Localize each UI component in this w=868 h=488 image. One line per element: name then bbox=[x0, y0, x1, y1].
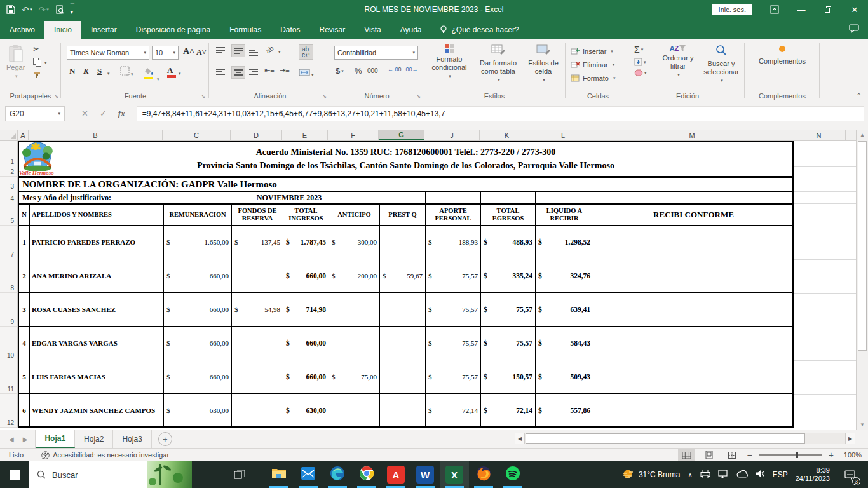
number-dialog-launcher[interactable]: ↘ bbox=[416, 93, 421, 99]
language-indicator[interactable]: ESP bbox=[773, 470, 788, 479]
customize-qat-icon[interactable]: ▔▾ bbox=[71, 4, 74, 15]
fill-icon[interactable]: ▾ bbox=[634, 58, 647, 66]
cell-liquido[interactable]: $584,43 bbox=[536, 327, 593, 360]
cell-n[interactable]: 1 bbox=[19, 226, 30, 259]
hscroll-left-arrow[interactable]: ◀ bbox=[515, 433, 525, 444]
cancel-entry-icon[interactable]: ✕ bbox=[81, 109, 88, 118]
cell-name[interactable]: EDGAR VARGAS VARGAS bbox=[30, 327, 164, 360]
print-preview-icon[interactable] bbox=[55, 5, 64, 14]
cell-anticipo[interactable] bbox=[329, 293, 380, 326]
insert-cells-button[interactable]: Insertar▾ bbox=[571, 44, 615, 58]
cell-total_egresos[interactable]: $488,93 bbox=[481, 226, 536, 259]
cell-total_ingresos[interactable]: $660,00 bbox=[283, 259, 329, 292]
column-header-N[interactable]: N bbox=[792, 130, 846, 140]
alignment-dialog-launcher[interactable]: ↘ bbox=[322, 93, 327, 99]
cell-anticipo[interactable]: $75,00 bbox=[329, 360, 380, 393]
find-select-button[interactable]: Buscar y seleccionar▾ bbox=[700, 44, 742, 85]
decrease-indent-icon[interactable]: ⇤≡ bbox=[264, 66, 275, 74]
tab-insertar[interactable]: Insertar bbox=[81, 21, 126, 39]
column-header-C[interactable]: C bbox=[163, 130, 231, 140]
printer-icon[interactable] bbox=[700, 470, 710, 480]
align-center-icon[interactable] bbox=[231, 66, 245, 79]
increase-indent-icon[interactable]: ⇥≡ bbox=[280, 66, 290, 74]
scroll-down-arrow[interactable]: ▼ bbox=[857, 419, 868, 430]
taskbar-app-excel[interactable]: X bbox=[440, 461, 469, 488]
close-button[interactable]: ✕ bbox=[841, 0, 868, 19]
zoom-out-button[interactable]: − bbox=[747, 450, 752, 460]
underline-button[interactable]: S bbox=[97, 66, 102, 76]
tab-datos[interactable]: Datos bbox=[271, 21, 309, 39]
vertical-scroll-thumb[interactable] bbox=[858, 141, 867, 351]
cell-fondos[interactable] bbox=[232, 394, 283, 426]
cell-recibi[interactable] bbox=[593, 226, 794, 259]
cell-n[interactable]: 5 bbox=[19, 360, 30, 393]
cell-liquido[interactable]: $509,43 bbox=[536, 360, 593, 393]
sheet-grid[interactable]: 12345789101112 Acuerdo Ministerial No. 1… bbox=[0, 141, 856, 430]
merge-center-icon[interactable]: ▾ bbox=[299, 67, 314, 79]
sheet-tab-hoja2[interactable]: Hoja2 bbox=[75, 430, 113, 448]
format-as-table-button[interactable]: Dar formato como tabla▾ bbox=[474, 44, 522, 84]
taskbar-app-spotify[interactable] bbox=[498, 461, 527, 488]
cell-liquido[interactable]: $1.298,52 bbox=[536, 226, 593, 259]
cell-fondos[interactable] bbox=[232, 360, 283, 393]
orientation-icon[interactable]: ab bbox=[264, 44, 275, 55]
orientation-dropdown[interactable]: ▾ bbox=[278, 50, 281, 55]
ribbon-display-options-button[interactable] bbox=[761, 0, 788, 19]
cell-anticipo[interactable]: $300,00 bbox=[329, 226, 380, 259]
cell-fondos[interactable] bbox=[232, 259, 283, 292]
cell-remuneracion[interactable]: $660,00 bbox=[164, 360, 232, 393]
onedrive-icon[interactable] bbox=[736, 470, 748, 480]
font-color-icon[interactable]: A bbox=[167, 65, 176, 78]
tab-archivo[interactable]: Archivo bbox=[0, 21, 44, 39]
cell-remuneracion[interactable]: $1.650,00 bbox=[164, 226, 232, 259]
cell-styles-button[interactable]: Estilos de celda▾ bbox=[524, 44, 563, 84]
cell-liquido[interactable]: $324,76 bbox=[536, 259, 593, 292]
cell-total_egresos[interactable]: $150,57 bbox=[481, 360, 536, 393]
cell-name[interactable]: ROSA CUASES SANCHEZ bbox=[30, 293, 164, 326]
comma-style-icon[interactable]: 000 bbox=[367, 67, 378, 74]
taskbar-app-acrobat[interactable]: A bbox=[381, 461, 410, 488]
zoom-in-button[interactable]: + bbox=[829, 450, 834, 460]
task-view-button[interactable] bbox=[225, 461, 254, 488]
row-header-8[interactable]: 8 bbox=[0, 259, 18, 293]
redo-button[interactable]: ↷▾ bbox=[38, 5, 48, 15]
vertical-scrollbar[interactable]: ▲ ▼ bbox=[856, 130, 868, 430]
cell-remuneracion[interactable]: $660,00 bbox=[164, 293, 232, 326]
percent-style-icon[interactable]: % bbox=[355, 66, 362, 76]
save-icon[interactable] bbox=[6, 5, 15, 14]
tab-ayuda[interactable]: Ayuda bbox=[391, 21, 431, 39]
sheet-tab-hoja3[interactable]: Hoja3 bbox=[113, 430, 151, 448]
underline-dropdown[interactable]: ▾ bbox=[107, 71, 110, 76]
tab-revisar[interactable]: Revisar bbox=[310, 21, 355, 39]
align-right-icon[interactable] bbox=[249, 69, 258, 75]
tab-inicio[interactable]: Inicio bbox=[44, 21, 81, 39]
sheet-tab-hoja1[interactable]: Hoja1 bbox=[36, 430, 75, 448]
clear-icon[interactable]: ▾ bbox=[634, 69, 647, 76]
hscroll-right-arrow[interactable]: ▶ bbox=[845, 433, 855, 444]
cell-name[interactable]: PATRICIO PAREDES PERRAZO bbox=[30, 226, 164, 259]
italic-button[interactable]: K bbox=[83, 66, 89, 76]
increase-decimal-icon[interactable]: ←.00 bbox=[388, 66, 402, 72]
cell-name[interactable]: WENDY JAZMIN SANCHEZ CAMPOS bbox=[30, 394, 164, 426]
tab-vista[interactable]: Vista bbox=[355, 21, 390, 39]
cell-prest_q[interactable] bbox=[380, 226, 426, 259]
notification-center-button[interactable]: 3 bbox=[837, 461, 862, 488]
grow-font-button[interactable]: A˄ bbox=[183, 46, 194, 57]
conditional-formatting-button[interactable]: Formato condicional▾ bbox=[427, 44, 471, 80]
undo-button[interactable]: ↶▾ bbox=[22, 5, 32, 15]
minimize-button[interactable]: — bbox=[788, 0, 815, 19]
cell-n[interactable]: 3 bbox=[19, 293, 30, 326]
cell-prest_q[interactable] bbox=[380, 360, 426, 393]
row-header-9[interactable]: 9 bbox=[0, 293, 18, 327]
row-header-7[interactable]: 7 bbox=[0, 226, 18, 259]
font-size-combo[interactable]: 10▾ bbox=[152, 46, 179, 60]
formula-input[interactable]: =9,47+8,84+11,61+24,31+10,03+12,15+6,45+… bbox=[137, 106, 864, 121]
cell-liquido[interactable]: $639,41 bbox=[536, 293, 593, 326]
name-box[interactable]: G20▾ bbox=[5, 106, 65, 121]
scroll-up-arrow[interactable]: ▲ bbox=[857, 130, 868, 140]
select-all-corner[interactable] bbox=[0, 130, 18, 140]
column-header-L[interactable]: L bbox=[534, 130, 592, 140]
column-header-A[interactable]: A bbox=[18, 130, 29, 140]
cell-n[interactable]: 2 bbox=[19, 259, 30, 292]
cell-prest_q[interactable] bbox=[380, 327, 426, 360]
